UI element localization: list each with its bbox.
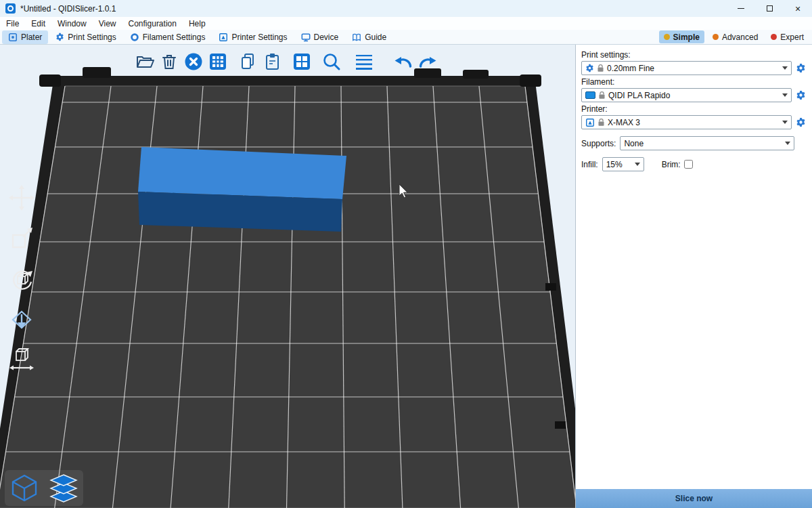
maximize-icon	[767, 5, 773, 12]
preview-layers-button[interactable]	[47, 471, 81, 505]
printer-combo[interactable]: X-MAX 3	[581, 115, 792, 129]
infill-combo[interactable]: 15%	[602, 157, 644, 171]
undo-icon	[393, 51, 413, 72]
app-window: *Untitled - QIDISlicer-1.0.1 × File Edit…	[0, 0, 812, 508]
editor-view-button[interactable]	[7, 471, 41, 505]
paste-button[interactable]	[260, 49, 284, 74]
printer-label: Printer:	[581, 104, 807, 114]
supports-combo[interactable]: None	[620, 136, 794, 150]
variable-layer-height-button[interactable]	[352, 49, 376, 74]
measure-tool-button[interactable]	[5, 344, 38, 377]
gizmo-toolbar	[5, 182, 38, 377]
menubar: File Edit Window View Configuration Help	[0, 17, 812, 30]
menu-view[interactable]: View	[93, 17, 122, 30]
settings-sidebar: Print settings: 0.20mm Fine Filament: QI…	[575, 45, 812, 508]
menu-help[interactable]: Help	[183, 17, 212, 30]
place-on-face-icon	[8, 306, 35, 333]
bed-clip	[463, 70, 489, 79]
mode-advanced[interactable]: Advanced	[708, 30, 763, 43]
filament-label: Filament:	[581, 77, 807, 87]
bed-corner	[520, 75, 541, 87]
filament-gear-button[interactable]	[794, 89, 807, 102]
menu-edit[interactable]: Edit	[25, 17, 51, 30]
infill-label: Infill:	[581, 160, 598, 169]
tab-guide[interactable]: Guide	[346, 30, 392, 44]
measure-icon	[8, 347, 35, 374]
model-object[interactable]	[138, 147, 346, 232]
open-project-button[interactable]	[133, 49, 157, 74]
split-to-objects-button[interactable]	[290, 49, 314, 74]
redo-icon	[418, 51, 438, 72]
delete-all-icon	[183, 51, 204, 72]
search-button[interactable]	[319, 49, 344, 74]
print-settings-label: Print settings:	[581, 50, 807, 60]
open-folder-icon	[135, 51, 155, 72]
place-on-face-tool-button[interactable]	[5, 303, 38, 336]
mode-label: Advanced	[722, 33, 758, 42]
tab-label: Guide	[365, 33, 386, 42]
tab-plater[interactable]: Plater	[2, 30, 48, 44]
window-controls: ×	[727, 0, 812, 17]
rotate-tool-button[interactable]	[5, 263, 38, 295]
viewport-3d[interactable]	[0, 45, 575, 508]
close-button[interactable]: ×	[784, 0, 812, 17]
guide-icon	[352, 33, 361, 42]
infill-value: 15%	[606, 160, 632, 169]
tab-device[interactable]: Device	[295, 30, 345, 44]
bed-side-clip	[555, 421, 566, 429]
print-settings-gear-button[interactable]	[794, 62, 807, 75]
brim-label: Brim:	[662, 160, 681, 169]
mode-label: Simple	[673, 33, 700, 42]
mode-expert[interactable]: Expert	[766, 30, 809, 43]
move-tool-button[interactable]	[5, 182, 38, 214]
window-title: *Untitled - QIDISlicer-1.0.1	[20, 4, 116, 14]
arrange-icon	[208, 51, 228, 72]
scale-icon	[8, 225, 35, 252]
move-icon	[8, 184, 35, 211]
slice-now-button[interactable]: Slice now	[576, 489, 812, 508]
mode-switcher: Simple Advanced Expert	[659, 30, 812, 43]
maximize-button[interactable]	[755, 0, 784, 17]
tab-filament-settings[interactable]: Filament Settings	[124, 30, 212, 44]
gear-icon	[585, 64, 594, 72]
menu-configuration[interactable]: Configuration	[122, 17, 183, 30]
close-icon: ×	[795, 3, 800, 14]
brim-checkbox[interactable]	[684, 160, 693, 169]
redo-button[interactable]	[415, 49, 440, 74]
mode-label: Expert	[780, 33, 804, 42]
mode-simple[interactable]: Simple	[659, 30, 704, 43]
plater-icon	[8, 33, 18, 42]
view-mode-toolbar	[5, 470, 83, 506]
scene-canvas[interactable]	[0, 45, 575, 508]
supports-label: Supports:	[581, 139, 616, 148]
layer-height-icon	[354, 51, 374, 72]
tabbar: Plater Print Settings Filament Settings …	[0, 30, 812, 45]
menu-window[interactable]: Window	[51, 17, 93, 30]
copy-icon	[238, 51, 258, 72]
lock-icon	[597, 118, 605, 127]
delete-button[interactable]	[157, 49, 181, 74]
menu-file[interactable]: File	[0, 17, 25, 30]
expert-mode-dot-icon	[771, 34, 777, 40]
printer-value: X-MAX 3	[608, 118, 780, 127]
copy-button[interactable]	[235, 49, 260, 74]
layers-stack-icon	[49, 473, 78, 503]
scale-tool-button[interactable]	[5, 222, 38, 255]
arrange-button[interactable]	[206, 49, 230, 74]
print-settings-value: 0.20mm Fine	[607, 64, 780, 73]
lock-icon	[598, 91, 606, 100]
app-logo-icon	[5, 3, 16, 14]
print-settings-combo[interactable]: 0.20mm Fine	[581, 61, 792, 75]
filament-value: QIDI PLA Rapido	[608, 91, 780, 100]
undo-button[interactable]	[391, 49, 415, 74]
split-objects-icon	[292, 51, 312, 72]
tab-print-settings[interactable]: Print Settings	[49, 30, 122, 44]
printer-icon	[585, 118, 595, 127]
minimize-button[interactable]	[727, 0, 755, 17]
chevron-down-icon	[782, 121, 788, 127]
printer-gear-button[interactable]	[794, 116, 807, 129]
filament-combo[interactable]: QIDI PLA Rapido	[581, 88, 792, 102]
gear-icon	[796, 63, 806, 73]
tab-printer-settings[interactable]: Printer Settings	[212, 30, 293, 44]
delete-all-button[interactable]	[181, 49, 206, 74]
